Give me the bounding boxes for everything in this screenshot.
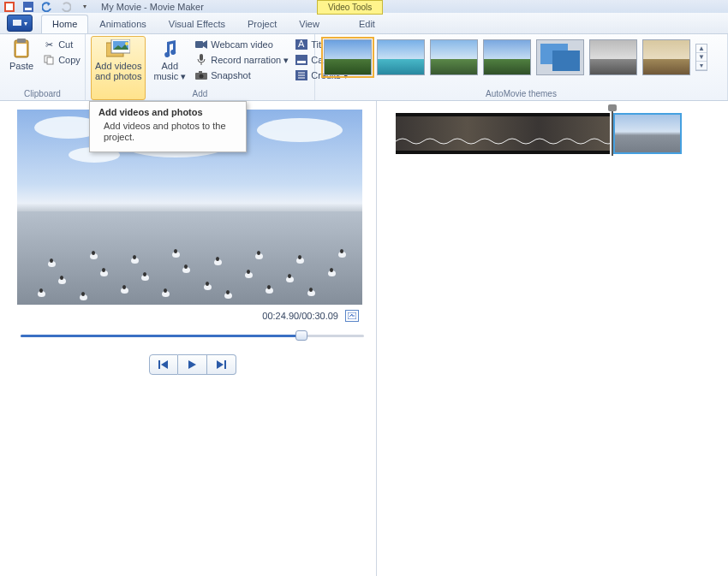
svg-rect-2 (23, 2, 33, 12)
play-button[interactable] (178, 354, 207, 375)
svg-rect-14 (195, 41, 203, 48)
app-menu-dropdown-icon: ▾ (24, 20, 27, 27)
scissors-icon: ✂ (43, 39, 55, 50)
prev-frame-button[interactable] (149, 354, 178, 375)
seek-thumb[interactable] (295, 330, 307, 341)
app-icon (3, 1, 15, 13)
tab-edit[interactable]: Edit (348, 15, 386, 33)
svg-rect-6 (17, 39, 26, 43)
save-icon[interactable] (22, 1, 34, 13)
theme-scroll-up[interactable]: ▲ (696, 45, 707, 53)
credits-icon (295, 69, 307, 81)
svg-point-13 (125, 42, 128, 45)
tooltip-body: Add videos and photos to the project. (98, 121, 237, 143)
contextual-tab-video-tools[interactable]: Video Tools (317, 0, 383, 15)
svg-rect-29 (552, 50, 580, 71)
svg-rect-9 (47, 57, 53, 64)
theme-thumb-4[interactable] (483, 39, 531, 75)
tooltip-add-videos-photos: Add videos and photos Add videos and pho… (89, 101, 247, 152)
svg-rect-4 (13, 20, 21, 26)
theme-scroll-down[interactable]: ▼ (696, 53, 707, 62)
snapshot-button[interactable]: Snapshot (194, 68, 290, 82)
svg-rect-1 (6, 3, 13, 10)
copy-label: Copy (58, 55, 81, 65)
playback-time: 00:24.90/00:30.09 (262, 311, 338, 321)
svg-rect-32 (224, 360, 226, 369)
tab-home[interactable]: Home (41, 15, 88, 33)
svg-rect-22 (295, 55, 307, 65)
svg-rect-31 (158, 360, 160, 369)
record-label: Record narration ▾ (211, 55, 289, 66)
group-label-automovie: AutoMovie themes (315, 89, 727, 98)
clip-photo-1[interactable] (613, 113, 682, 154)
microphone-icon (195, 54, 207, 66)
tab-animations[interactable]: Animations (88, 15, 157, 33)
svg-rect-19 (199, 71, 202, 74)
clipboard-icon (12, 39, 31, 59)
theme-thumb-5[interactable] (536, 39, 584, 75)
add-videos-photos-label: Add videos and photos (95, 61, 141, 81)
window-title: My Movie - Movie Maker (101, 2, 204, 12)
svg-rect-15 (200, 54, 203, 61)
tooltip-title: Add videos and photos (98, 107, 237, 117)
webcam-label: Webcam video (211, 39, 273, 50)
undo-icon[interactable] (41, 1, 53, 13)
tab-visual-effects[interactable]: Visual Effects (158, 15, 236, 33)
title-icon: A (295, 39, 307, 50)
svg-rect-3 (25, 8, 32, 10)
theme-thumb-2[interactable] (377, 39, 425, 75)
cut-label: Cut (58, 39, 73, 50)
tab-view[interactable]: View (288, 15, 331, 33)
webcam-icon (195, 39, 207, 50)
storyboard[interactable] (396, 113, 716, 154)
theme-thumb-6[interactable] (589, 39, 637, 75)
music-note-icon (162, 39, 177, 59)
svg-point-18 (200, 74, 204, 79)
fullscreen-button[interactable] (345, 310, 359, 322)
group-label-clipboard: Clipboard (0, 89, 85, 98)
caption-icon (295, 54, 307, 66)
photo-film-icon (106, 39, 130, 59)
theme-expand[interactable]: ▾ (696, 62, 707, 70)
webcam-video-button[interactable]: Webcam video (194, 38, 290, 51)
copy-button[interactable]: Copy (41, 53, 82, 67)
app-menu-button[interactable]: ▾ (7, 15, 33, 32)
svg-rect-23 (297, 61, 306, 63)
svg-rect-7 (16, 44, 27, 56)
clip-video-1[interactable] (396, 113, 610, 154)
theme-thumb-7[interactable] (642, 39, 690, 75)
cut-button[interactable]: ✂Cut (41, 38, 82, 51)
tab-project[interactable]: Project (236, 15, 288, 33)
copy-icon (43, 54, 55, 66)
seek-bar[interactable] (21, 332, 364, 339)
add-music-label: Add music ▾ (153, 61, 186, 81)
snapshot-label: Snapshot (211, 70, 250, 80)
svg-text:A: A (298, 39, 305, 49)
theme-thumb-3[interactable] (430, 39, 478, 75)
redo-icon[interactable] (60, 1, 72, 13)
next-frame-button[interactable] (207, 354, 236, 375)
group-label-add: Add (86, 89, 314, 98)
record-narration-button[interactable]: Record narration ▾ (194, 53, 290, 67)
qat-customize-icon[interactable]: ▾ (79, 1, 91, 13)
camera-icon (195, 69, 207, 81)
theme-thumb-1[interactable] (324, 39, 372, 75)
paste-label: Paste (9, 61, 33, 71)
